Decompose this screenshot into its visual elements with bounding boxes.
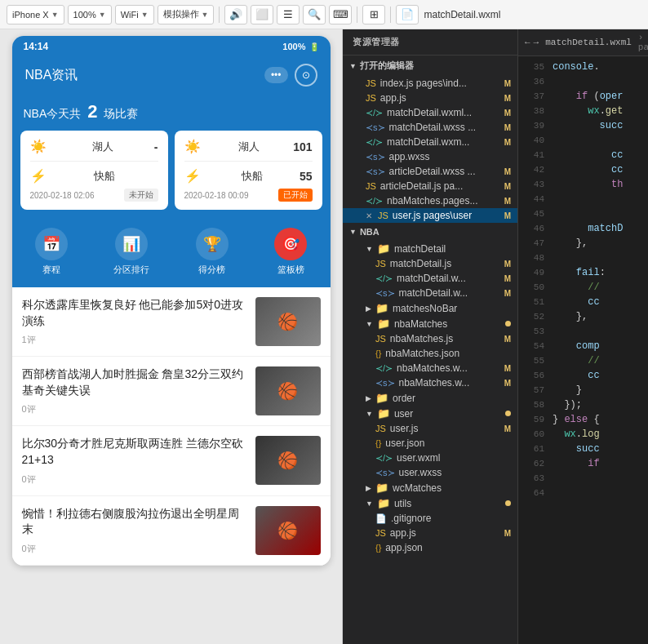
- screen-button[interactable]: ⬜: [251, 5, 273, 24]
- js-icon: JS: [366, 181, 376, 191]
- news-comment-3: 0评: [22, 543, 247, 555]
- fe-nbaMatches-w2[interactable]: ≺s≻ nbaMatches.w... M: [343, 375, 517, 390]
- device-selector[interactable]: iPhone X ▼: [7, 5, 64, 24]
- fe-folder-user[interactable]: ▼ 📁 user: [343, 406, 517, 421]
- nav-rebounds[interactable]: 🎯 篮板榜: [274, 228, 307, 276]
- fe-folder-wcMatches[interactable]: ▶ 📁 wcMatches: [343, 480, 517, 495]
- fe-file-appwxss[interactable]: ≺s≻ app.wxss: [343, 149, 517, 164]
- division-icon: 📊: [115, 228, 148, 260]
- fe-nbaMatches-js[interactable]: JS nbaMatches.js M: [343, 331, 517, 346]
- fe-user-wxml[interactable]: ≺/≻ user.wxml: [343, 451, 517, 465]
- fe-file-userjs[interactable]: ✕ JS user.js pages\user M: [343, 208, 517, 223]
- fe-nbaMatches-json[interactable]: {} nbaMatches.json: [343, 346, 517, 361]
- network-selector[interactable]: WiFi ▼: [115, 5, 154, 24]
- close-icon[interactable]: ✕: [366, 211, 372, 220]
- fe-foldername: user: [394, 408, 413, 420]
- nav-schedule[interactable]: 📅 赛程: [35, 228, 68, 276]
- fe-app-js[interactable]: JS app.js M: [343, 526, 517, 540]
- mode-selector[interactable]: 模拟操作 ▼: [158, 5, 215, 24]
- news-item-1[interactable]: 西部榜首战湖人加时胜掘金 詹皇32分三双约基奇关键失误 0评 🏀: [12, 357, 331, 426]
- schedule-icon: 📅: [35, 228, 68, 260]
- fe-file-index[interactable]: JS index.js pages\ind... M: [343, 76, 517, 91]
- more-button[interactable]: •••: [264, 67, 288, 83]
- fe-user-js[interactable]: JS user.js M: [343, 421, 517, 436]
- folder-icon: 📁: [375, 302, 388, 314]
- nav-division[interactable]: 📊 分区排行: [113, 228, 149, 276]
- search-button[interactable]: 🔍: [303, 5, 326, 24]
- fe-folder-matchDetail[interactable]: ▼ 📁 matchDetail: [343, 241, 517, 256]
- folder-arrow: ▼: [366, 500, 373, 508]
- fe-file-matchDetail-wxml[interactable]: ≺/≻ matchDetail.wxml... M: [343, 105, 517, 120]
- folder-icon: 📁: [375, 482, 388, 494]
- fe-matchDetail-w2[interactable]: ≺s≻ matchDetail.w... M: [343, 286, 517, 300]
- badge-m: M: [504, 364, 511, 373]
- mode-chevron: ▼: [202, 11, 209, 19]
- fe-file-matchDetail-wxss[interactable]: ≺s≻ matchDetail.wxss ... M: [343, 120, 517, 135]
- fe-folder-utils[interactable]: ▼ 📁 utils: [343, 495, 517, 511]
- fe-file-nbaMatches[interactable]: ≺/≻ nbaMatches.pages... M: [343, 193, 517, 208]
- team-name-1a: 湖人: [92, 140, 113, 154]
- target-button[interactable]: ⊙: [295, 64, 317, 87]
- fe-file-articleDetail-wxss[interactable]: ≺s≻ articleDetail.wxss ... M: [343, 164, 517, 179]
- fe-folder-nbaMatches[interactable]: ▼ 📁 nbaMatches: [343, 316, 517, 331]
- match-card-2[interactable]: ☀️ 湖人 101 ⚡ 快船 55 2020-02-18 00:09: [175, 131, 322, 210]
- volume-button[interactable]: 🔊: [224, 5, 247, 24]
- js-icon: JS: [366, 78, 376, 88]
- json-icon: {}: [375, 349, 381, 358]
- code-button[interactable]: ⌨: [329, 5, 352, 24]
- code-line: 59} else {: [518, 412, 648, 427]
- wxml-icon: ≺/≻: [366, 108, 383, 118]
- open-editors-section[interactable]: ▼ 打开的编辑器: [343, 56, 517, 76]
- match-card-1[interactable]: ☀️ 湖人 - ⚡ 快船 2020-02-18 02:06 未: [20, 131, 168, 210]
- news-item-0[interactable]: 科尔透露库里恢复良好 他已能参加5对0进攻演练 1评 🏀: [12, 287, 331, 357]
- team-logo-2a: ☀️: [184, 139, 201, 154]
- fe-folder-order[interactable]: ▶ 📁 order: [343, 390, 517, 406]
- rebounds-icon: 🎯: [274, 228, 307, 260]
- fe-user-json[interactable]: {} user.json: [343, 436, 517, 451]
- badge-m: M: [504, 197, 511, 206]
- editor-nav-back[interactable]: ←: [525, 38, 530, 47]
- fe-filename: nbaMatches.w...: [399, 377, 470, 389]
- news-comment-0: 1评: [22, 334, 247, 346]
- fe-file-articleDetail-js[interactable]: JS articleDetail.js pa... M: [343, 179, 517, 193]
- news-item-2[interactable]: 比尔30分奇才胜尼克斯取两连胜 兰德尔空砍21+13 0评 🏀: [12, 426, 331, 495]
- badge-m: M: [504, 335, 511, 344]
- file-icon: 📄: [396, 5, 419, 24]
- news-image-2: 🏀: [255, 436, 321, 485]
- fe-file-matchDetail-wxm[interactable]: ≺/≻ matchDetail.wxm... M: [343, 135, 517, 149]
- fe-folder-matchesNoBar[interactable]: ▶ 📁 matchesNoBar: [343, 300, 517, 316]
- wxml-icon: ≺/≻: [366, 196, 383, 207]
- code-line: 49 fail:: [518, 265, 648, 280]
- fe-gitignore[interactable]: 📄 .gitignore: [343, 511, 517, 526]
- fe-matchDetail-w1[interactable]: ≺/≻ matchDetail.w... M: [343, 271, 517, 286]
- code-line: 50 //: [518, 280, 648, 295]
- code-line: 60 wx.log: [518, 427, 648, 442]
- menu-button[interactable]: ☰: [277, 5, 300, 24]
- nav-scoring[interactable]: 🏆 得分榜: [196, 228, 229, 276]
- fe-nbaMatches-w1[interactable]: ≺/≻ nbaMatches.w... M: [343, 361, 517, 375]
- code-line: 40: [518, 133, 648, 148]
- badge-m: M: [504, 109, 511, 118]
- fe-user-wxss[interactable]: ≺s≻ user.wxss: [343, 465, 517, 480]
- wxml-icon: ≺/≻: [375, 363, 393, 374]
- json-icon: {}: [375, 543, 381, 553]
- split-button[interactable]: ⊞: [362, 5, 385, 24]
- games-count-bar: NBA今天共 2 场比赛: [12, 98, 331, 131]
- fe-app-json[interactable]: {} app.json: [343, 540, 517, 555]
- team-logo-2b: ⚡: [184, 168, 201, 184]
- fe-file-appjs[interactable]: JS app.js M: [343, 91, 517, 105]
- nba-section[interactable]: ▼ NBA: [343, 223, 517, 241]
- news-item-3[interactable]: 惋惜！利拉德右侧腹股沟拉伤退出全明星周末 0评 🏀: [12, 496, 331, 566]
- nba-title: NBA资讯: [25, 67, 78, 84]
- status-right: 100% 🔋: [282, 42, 318, 51]
- news-text-3: 惋惜！利拉德右侧腹股沟拉伤退出全明星周末 0评: [22, 506, 247, 555]
- code-editor[interactable]: ← → matchDetail.wxml › pag... 35console.…: [518, 29, 648, 644]
- nba-label: NBA: [360, 227, 379, 237]
- match-cards: ☀️ 湖人 - ⚡ 快船 2020-02-18 02:06 未: [12, 131, 331, 221]
- code-line: 53: [518, 324, 648, 339]
- open-editors-label: 打开的编辑器: [360, 60, 414, 72]
- zoom-label: 100%: [73, 10, 96, 20]
- zoom-selector[interactable]: 100% ▼: [68, 5, 112, 24]
- editor-nav-forward[interactable]: →: [534, 38, 539, 47]
- fe-matchDetail-js[interactable]: JS matchDetail.js M: [343, 256, 517, 271]
